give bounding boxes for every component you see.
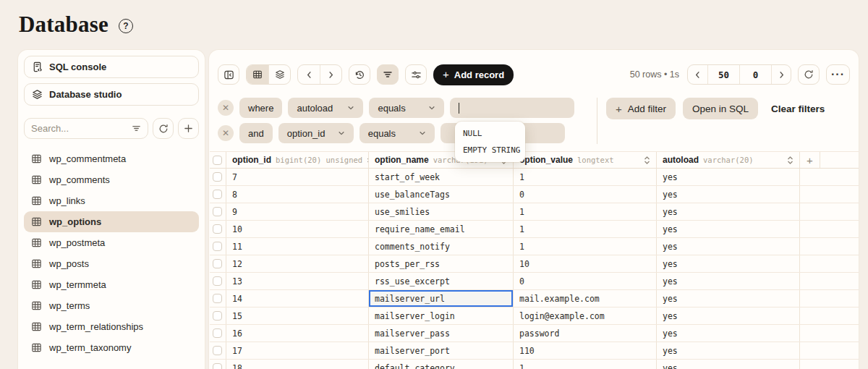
cell-option_name[interactable]: mailserver_url [369, 290, 514, 307]
cell-option_value[interactable]: 1 [514, 221, 657, 237]
collapse-sidebar-button[interactable] [218, 64, 239, 85]
row-checkbox[interactable] [213, 346, 222, 355]
database-studio-button[interactable]: Database studio [24, 83, 199, 106]
back-button[interactable] [298, 65, 320, 84]
cell-option_value[interactable]: 1 [514, 360, 657, 369]
cell-option_id[interactable]: 9 [226, 203, 369, 220]
page-offset-field[interactable]: 0 [739, 65, 771, 84]
refresh-tables-button[interactable] [153, 118, 174, 139]
sidebar-item-wp_terms[interactable]: wp_terms [24, 295, 199, 316]
cell-option_id[interactable]: 18 [226, 360, 369, 369]
sidebar-item-wp_termmeta[interactable]: wp_termmeta [24, 274, 199, 295]
cell-autoload[interactable]: yes [657, 342, 800, 359]
clear-filters-button[interactable]: Clear filters [765, 98, 830, 119]
cell-option_name[interactable]: comments_notify [369, 238, 514, 255]
cell-option_id[interactable]: 15 [226, 308, 369, 324]
select-all-checkbox[interactable] [213, 156, 222, 165]
row-checkbox[interactable] [213, 207, 222, 216]
sql-console-button[interactable]: SQL console [24, 56, 199, 78]
cell-option_value[interactable]: mail.example.com [514, 290, 657, 307]
sort-icon[interactable] [787, 156, 793, 165]
cell-option_name[interactable]: mailserver_login [369, 308, 514, 324]
cell-option_id[interactable]: 10 [226, 221, 369, 237]
sidebar-item-wp_term_taxonomy[interactable]: wp_term_taxonomy [24, 337, 199, 358]
cell-option_id[interactable]: 11 [226, 238, 369, 255]
history-button[interactable] [349, 64, 370, 85]
cell-autoload[interactable]: yes [657, 255, 800, 272]
refresh-grid-button[interactable] [798, 64, 820, 85]
cell-option_id[interactable]: 12 [226, 255, 369, 272]
filter-value-input[interactable] [450, 98, 574, 118]
cell-autoload[interactable]: yes [657, 238, 800, 255]
cell-autoload[interactable]: yes [657, 169, 800, 185]
cell-option_name[interactable]: mailserver_port [369, 342, 514, 359]
filter-column-select[interactable]: option_id [278, 123, 354, 143]
page-prev-button[interactable] [688, 65, 707, 84]
row-checkbox[interactable] [213, 311, 222, 321]
cell-option_id[interactable]: 16 [226, 325, 369, 342]
cell-option_id[interactable]: 13 [226, 273, 369, 289]
cell-autoload[interactable]: yes [657, 325, 800, 342]
cell-autoload[interactable]: yes [657, 308, 800, 324]
page-size-field[interactable]: 50 [707, 65, 739, 84]
search-input[interactable] [31, 123, 127, 134]
cell-option_value[interactable]: login@example.com [514, 308, 657, 324]
remove-filter-icon[interactable]: ✕ [218, 100, 234, 116]
settings-sliders-button[interactable] [405, 64, 427, 85]
more-options-button[interactable]: ··· [826, 64, 850, 85]
remove-filter-icon[interactable]: ✕ [218, 125, 234, 141]
forward-button[interactable] [320, 65, 341, 84]
suggestion-empty-string[interactable]: EMPTY STRING [455, 142, 525, 158]
add-record-button[interactable]: + Add record [433, 64, 514, 85]
cell-option_id[interactable]: 14 [226, 290, 369, 307]
row-checkbox[interactable] [213, 276, 222, 286]
filter-operator-select[interactable]: equals [359, 123, 435, 143]
add-table-button[interactable] [178, 118, 199, 139]
cell-option_name[interactable]: require_name_email [369, 221, 514, 237]
sidebar-item-wp_options[interactable]: wp_options [24, 211, 199, 232]
sidebar-item-wp_links[interactable]: wp_links [24, 190, 199, 211]
cell-option_value[interactable]: 0 [514, 273, 657, 289]
sidebar-item-wp_commentmeta[interactable]: wp_commentmeta [24, 148, 199, 169]
cell-option_value[interactable]: 1 [514, 203, 657, 220]
add-filter-button[interactable]: + Add filter [606, 98, 676, 119]
row-checkbox[interactable] [213, 294, 222, 303]
cell-autoload[interactable]: yes [657, 186, 800, 203]
cell-option_name[interactable]: rss_use_excerpt [369, 273, 514, 289]
cell-option_value[interactable]: 1 [514, 238, 657, 255]
row-checkbox[interactable] [213, 242, 222, 251]
row-checkbox[interactable] [213, 259, 222, 268]
search-box[interactable] [24, 118, 148, 139]
cell-option_value[interactable]: password [514, 325, 657, 342]
structure-view-button[interactable] [268, 65, 290, 84]
sidebar-item-wp_term_relationships[interactable]: wp_term_relationships [24, 316, 199, 337]
cell-option_id[interactable]: 7 [226, 169, 369, 185]
column-header-option_id[interactable]: option_idbigint(20) unsigned [226, 152, 369, 168]
cell-option_name[interactable]: start_of_week [369, 169, 514, 185]
cell-option_value[interactable]: 110 [514, 342, 657, 359]
row-checkbox[interactable] [213, 172, 222, 182]
row-checkbox[interactable] [213, 328, 222, 338]
cell-option_name[interactable]: mailserver_pass [369, 325, 514, 342]
add-column-button[interactable]: + [800, 152, 820, 168]
cell-option_id[interactable]: 17 [226, 342, 369, 359]
filter-operator-select[interactable]: equals [369, 98, 444, 118]
cell-autoload[interactable]: yes [657, 221, 800, 237]
cell-option_name[interactable]: posts_per_rss [369, 255, 514, 272]
cell-autoload[interactable]: yes [657, 360, 800, 369]
cell-option_id[interactable]: 8 [226, 186, 369, 203]
sidebar-item-wp_posts[interactable]: wp_posts [24, 253, 199, 274]
column-header-option_value[interactable]: option_valuelongtext [514, 152, 657, 168]
cell-option_name[interactable]: default_category [369, 360, 514, 369]
cell-autoload[interactable]: yes [657, 203, 800, 220]
row-checkbox[interactable] [213, 190, 222, 199]
help-icon[interactable]: ? [119, 19, 133, 33]
row-checkbox[interactable] [213, 224, 222, 234]
row-checkbox[interactable] [213, 363, 222, 369]
sort-icon[interactable] [644, 156, 650, 165]
cell-option_name[interactable]: use_smilies [369, 203, 514, 220]
column-header-autoload[interactable]: autoloadvarchar(20) [657, 152, 800, 168]
suggestion-null[interactable]: NULL [455, 125, 525, 142]
cell-option_value[interactable]: 10 [514, 255, 657, 272]
sidebar-item-wp_comments[interactable]: wp_comments [24, 169, 199, 190]
